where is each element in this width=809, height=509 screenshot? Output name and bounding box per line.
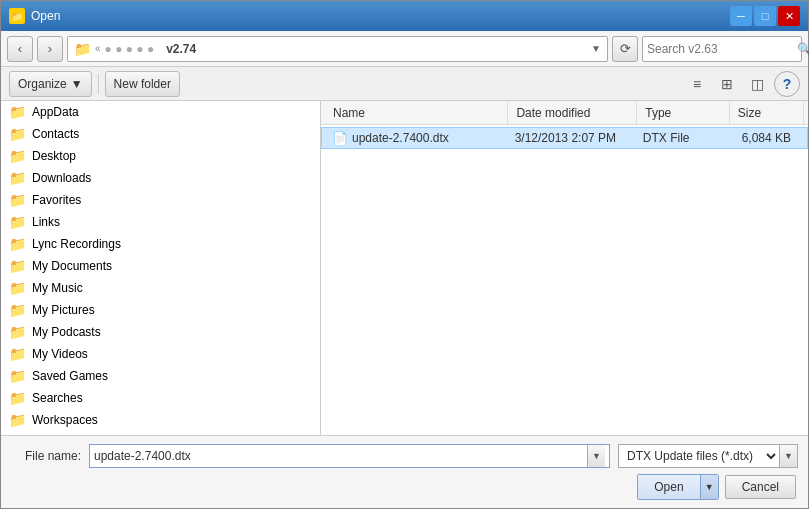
folder-icon: 📁 [9, 104, 26, 120]
toolbar-separator [98, 74, 99, 94]
filetype-dropdown-button[interactable]: ▼ [779, 445, 797, 467]
folder-icon: 📁 [9, 302, 26, 318]
close-button[interactable]: ✕ [778, 6, 800, 26]
sidebar-item-label: Searches [32, 391, 83, 405]
window-title: Open [31, 9, 730, 23]
maximize-button[interactable]: □ [754, 6, 776, 26]
breadcrumb-bar[interactable]: 📁 « ● ● ● ● ● v2.74 ▼ [67, 36, 608, 62]
folder-icon: 📁 [9, 170, 26, 186]
help-button[interactable]: ? [774, 71, 800, 97]
col-header-name[interactable]: Name [325, 101, 508, 124]
sidebar-item-searches[interactable]: 📁Searches [1, 387, 320, 409]
new-folder-button[interactable]: New folder [105, 71, 180, 97]
main-content: 📁AppData📁Contacts📁Desktop📁Downloads📁Favo… [1, 101, 808, 435]
sidebar-item-lync-recordings[interactable]: 📁Lync Recordings [1, 233, 320, 255]
new-folder-label: New folder [114, 77, 171, 91]
search-box: 🔍 [642, 36, 802, 62]
cancel-button[interactable]: Cancel [725, 475, 796, 499]
folder-icon: 📁 [9, 324, 26, 340]
file-panel: Name Date modified Type Size 📄 update-2.… [321, 101, 808, 435]
details-view-button[interactable]: ⊞ [714, 71, 740, 97]
folder-icon: 📁 [9, 412, 26, 428]
bottom-bar: File name: ▼ DTX Update files (*.dtx) ▼ … [1, 435, 808, 508]
list-view-button[interactable]: ≡ [684, 71, 710, 97]
folder-icon: 📁 [9, 192, 26, 208]
sidebar-item-label: AppData [32, 105, 79, 119]
open-button[interactable]: Open [638, 475, 699, 499]
nav-bar: ‹ › 📁 « ● ● ● ● ● v2.74 ▼ ⟳ 🔍 [1, 31, 808, 67]
filename-input[interactable] [94, 449, 587, 463]
organize-button[interactable]: Organize ▼ [9, 71, 92, 97]
sidebar-item-desktop[interactable]: 📁Desktop [1, 145, 320, 167]
window-icon: 📁 [9, 8, 25, 24]
file-icon: 📄 [332, 131, 348, 146]
search-icon: 🔍 [797, 42, 809, 56]
filetype-select-wrap: DTX Update files (*.dtx) ▼ [618, 444, 798, 468]
open-dropdown-button[interactable]: ▼ [700, 475, 718, 499]
folder-icon: 📁 [9, 346, 26, 362]
sidebar-item-contacts[interactable]: 📁Contacts [1, 123, 320, 145]
breadcrumb-chevron: « [95, 43, 101, 54]
filetype-select[interactable]: DTX Update files (*.dtx) [619, 445, 779, 467]
sidebar-item-label: Downloads [32, 171, 91, 185]
action-row: Open ▼ Cancel [11, 474, 798, 500]
table-row[interactable]: 📄 update-2.7400.dtx 3/12/2013 2:07 PM DT… [321, 127, 808, 149]
folder-icon: 📁 [9, 214, 26, 230]
sidebar-item-label: My Videos [32, 347, 88, 361]
refresh-button[interactable]: ⟳ [612, 36, 638, 62]
file-name: update-2.7400.dtx [352, 131, 449, 145]
file-size-cell: 6,084 KB [729, 131, 803, 145]
sidebar-item-label: Contacts [32, 127, 79, 141]
organize-arrow: ▼ [71, 77, 83, 91]
breadcrumb-path: ● ● ● ● ● [105, 42, 155, 56]
folder-icon: 📁 [9, 236, 26, 252]
sidebar-item-downloads[interactable]: 📁Downloads [1, 167, 320, 189]
sidebar-item-favorites[interactable]: 📁Favorites [1, 189, 320, 211]
minimize-button[interactable]: ─ [730, 6, 752, 26]
sidebar-item-my-music[interactable]: 📁My Music [1, 277, 320, 299]
back-button[interactable]: ‹ [7, 36, 33, 62]
breadcrumb-version: v2.74 [166, 42, 196, 56]
toolbar: Organize ▼ New folder ≡ ⊞ ◫ ? [1, 67, 808, 101]
search-input[interactable] [647, 42, 797, 56]
sidebar-item-label: My Music [32, 281, 83, 295]
sidebar-item-links[interactable]: 📁Links [1, 211, 320, 233]
breadcrumb-folder-icon: 📁 [74, 41, 91, 57]
sidebar-item-workspaces[interactable]: 📁Workspaces [1, 409, 320, 431]
sidebar-item-my-videos[interactable]: 📁My Videos [1, 343, 320, 365]
breadcrumb-dropdown-arrow[interactable]: ▼ [591, 43, 601, 54]
sidebar-item-label: Workspaces [32, 413, 98, 427]
sidebar-item-my-pictures[interactable]: 📁My Pictures [1, 299, 320, 321]
filename-dropdown-button[interactable]: ▼ [587, 445, 605, 467]
sidebar-item-label: My Documents [32, 259, 112, 273]
sidebar-item-label: Saved Games [32, 369, 108, 383]
open-dialog: 📁 Open ─ □ ✕ ‹ › 📁 « ● ● ● ● ● v2.74 ▼ ⟳… [0, 0, 809, 509]
filename-input-wrap: ▼ [89, 444, 610, 468]
filename-label: File name: [11, 449, 81, 463]
col-header-type[interactable]: Type [637, 101, 729, 124]
col-header-date[interactable]: Date modified [508, 101, 637, 124]
file-type-cell: DTX File [637, 131, 729, 145]
file-list: 📄 update-2.7400.dtx 3/12/2013 2:07 PM DT… [321, 125, 808, 435]
sidebar-item-label: Desktop [32, 149, 76, 163]
folder-icon: 📁 [9, 148, 26, 164]
filename-row: File name: ▼ DTX Update files (*.dtx) ▼ [11, 444, 798, 468]
sidebar-item-label: Lync Recordings [32, 237, 121, 251]
sidebar-item-appdata[interactable]: 📁AppData [1, 101, 320, 123]
column-headers: Name Date modified Type Size [321, 101, 808, 125]
sidebar-item-label: Links [32, 215, 60, 229]
organize-label: Organize [18, 77, 67, 91]
preview-pane-button[interactable]: ◫ [744, 71, 770, 97]
window-controls: ─ □ ✕ [730, 6, 800, 26]
title-bar: 📁 Open ─ □ ✕ [1, 1, 808, 31]
sidebar-item-saved-games[interactable]: 📁Saved Games [1, 365, 320, 387]
sidebar-item-label: My Pictures [32, 303, 95, 317]
forward-button[interactable]: › [37, 36, 63, 62]
sidebar-item-my-documents[interactable]: 📁My Documents [1, 255, 320, 277]
sidebar-item-my-podcasts[interactable]: 📁My Podcasts [1, 321, 320, 343]
col-header-size[interactable]: Size [730, 101, 804, 124]
folder-icon: 📁 [9, 390, 26, 406]
open-button-group: Open ▼ [637, 474, 718, 500]
toolbar-right: ≡ ⊞ ◫ ? [684, 71, 800, 97]
file-date-cell: 3/12/2013 2:07 PM [509, 131, 637, 145]
